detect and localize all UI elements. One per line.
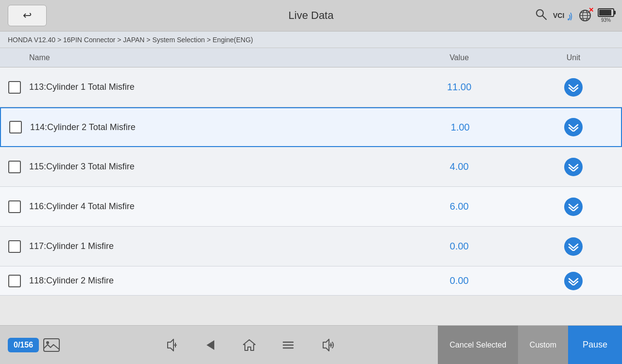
counter-badge: 0/156 xyxy=(8,338,39,352)
battery-pct: 93% xyxy=(601,17,611,23)
back-arrow-icon: ↩ xyxy=(23,9,32,22)
bottom-bar: 0/156 xyxy=(0,325,622,364)
table-row[interactable]: 117:Cylinder 1 Misfire 0.00 xyxy=(0,227,622,266)
svg-point-3 xyxy=(568,18,570,20)
table-row[interactable]: 114:Cylinder 2 Total Misfire 1.00 xyxy=(0,107,622,147)
svg-marker-11 xyxy=(168,339,173,351)
custom-button[interactable]: Custom xyxy=(518,326,568,364)
row-checkbox[interactable] xyxy=(0,240,29,253)
svg-marker-14 xyxy=(207,340,214,350)
table-row[interactable]: 116:Cylinder 4 Total Misfire 6.00 xyxy=(0,187,622,227)
bottom-left: 0/156 xyxy=(0,338,60,352)
vci-badge: VCI xyxy=(553,10,572,21)
volume-up-icon[interactable] xyxy=(308,331,346,360)
expand-button-118[interactable] xyxy=(564,272,583,290)
row-expand-118[interactable] xyxy=(525,272,622,290)
expand-button-115[interactable] xyxy=(564,158,583,176)
checkbox-116[interactable] xyxy=(8,200,21,213)
image-icon[interactable] xyxy=(43,338,60,352)
row-name-115: 115:Cylinder 3 Total Misfire xyxy=(29,162,394,172)
globe-x-icon: ✕ xyxy=(588,7,594,13)
row-expand-114[interactable] xyxy=(526,118,621,136)
breadcrumb: HONDA V12.40 > 16PIN Connector > JAPAN >… xyxy=(0,32,622,48)
top-bar: ↩ Live Data VCI xyxy=(0,0,622,32)
back-button[interactable]: ↩ xyxy=(8,5,47,26)
col-unit-header: Unit xyxy=(525,53,622,62)
globe-icon-container: ✕ xyxy=(578,9,592,22)
battery-area: 93% xyxy=(598,8,614,23)
row-checkbox[interactable] xyxy=(0,275,29,287)
row-expand-115[interactable] xyxy=(525,158,622,176)
data-list: 113:Cylinder 1 Total Misfire 11.00 114:C… xyxy=(0,67,622,296)
row-expand-113[interactable] xyxy=(525,78,622,97)
row-expand-116[interactable] xyxy=(525,198,622,216)
expand-button-116[interactable] xyxy=(564,198,583,216)
row-name-117: 117:Cylinder 1 Misfire xyxy=(29,241,394,251)
row-value-115: 4.00 xyxy=(394,161,525,172)
col-name-header: Name xyxy=(0,53,394,62)
page-title: Live Data xyxy=(289,9,334,22)
expand-button-113[interactable] xyxy=(564,78,583,97)
cancel-selected-button[interactable]: Cancel Selected xyxy=(438,326,518,364)
checkbox-118[interactable] xyxy=(8,275,21,287)
breadcrumb-text: HONDA V12.40 > 16PIN Connector > JAPAN >… xyxy=(8,36,253,44)
table-row[interactable]: 113:Cylinder 1 Total Misfire 11.00 xyxy=(0,67,622,107)
row-value-116: 6.00 xyxy=(394,201,525,212)
pause-button[interactable]: Pause xyxy=(568,326,622,364)
bottom-right-buttons: Cancel Selected Custom Pause xyxy=(438,326,622,364)
row-name-113: 113:Cylinder 1 Total Misfire xyxy=(29,82,394,92)
top-right-icons: VCI ✕ 93% xyxy=(535,8,614,23)
svg-marker-19 xyxy=(323,339,329,351)
battery-icon xyxy=(598,8,614,17)
checkbox-117[interactable] xyxy=(8,240,21,253)
svg-point-10 xyxy=(46,341,49,344)
expand-button-117[interactable] xyxy=(564,237,583,256)
row-name-118: 118:Cylinder 2 Misfire xyxy=(29,276,394,286)
column-headers: Name Value Unit xyxy=(0,48,622,67)
row-checkbox[interactable] xyxy=(0,161,29,173)
row-name-114: 114:Cylinder 2 Total Misfire xyxy=(30,122,395,132)
battery-fill xyxy=(599,10,611,16)
row-checkbox[interactable] xyxy=(0,200,29,213)
row-expand-117[interactable] xyxy=(525,237,622,256)
checkbox-115[interactable] xyxy=(8,161,21,173)
svg-rect-9 xyxy=(44,339,59,351)
nav-menu-icon[interactable] xyxy=(269,331,308,360)
checkbox-114[interactable] xyxy=(9,121,22,133)
row-value-117: 0.00 xyxy=(394,241,525,252)
row-value-118: 0.00 xyxy=(394,275,525,286)
row-checkbox[interactable] xyxy=(0,81,29,94)
svg-line-1 xyxy=(543,16,547,20)
table-row[interactable]: 118:Cylinder 2 Misfire 0.00 xyxy=(0,266,622,296)
row-value-113: 11.00 xyxy=(394,82,525,93)
search-icon[interactable] xyxy=(535,8,547,23)
nav-back-icon[interactable] xyxy=(191,331,230,360)
row-checkbox[interactable] xyxy=(1,121,30,133)
table-row[interactable]: 115:Cylinder 3 Total Misfire 4.00 xyxy=(0,147,622,187)
svg-marker-15 xyxy=(243,340,255,350)
nav-home-icon[interactable] xyxy=(230,331,269,360)
row-name-116: 116:Cylinder 4 Total Misfire xyxy=(29,201,394,212)
checkbox-113[interactable] xyxy=(8,81,21,94)
expand-button-114[interactable] xyxy=(564,118,583,136)
svg-text:VCI: VCI xyxy=(553,12,564,19)
col-value-header: Value xyxy=(394,53,525,62)
volume-down-icon[interactable] xyxy=(152,331,191,360)
bottom-nav-icons xyxy=(60,331,438,360)
row-value-114: 1.00 xyxy=(395,122,526,133)
